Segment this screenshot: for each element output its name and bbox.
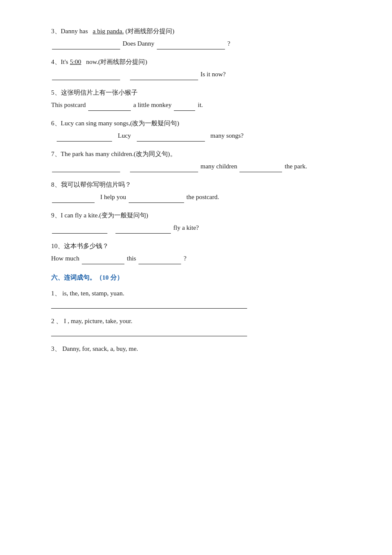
q5-answer-line: This postcard: [51, 101, 86, 108]
q3-answer-suffix: ?: [228, 40, 231, 47]
q3-question: 3、Danny has a big panda. (对画线部分提问): [51, 26, 349, 37]
q9-blank1: [52, 226, 107, 234]
q6-answer: Lucy many songs?: [51, 130, 349, 142]
question-5: 5、这张明信片上有一张小猴子 This postcard a little mo…: [51, 87, 349, 111]
q3-label: 3、Danny has: [51, 28, 88, 35]
q3-blank2: [157, 42, 225, 49]
q5-answer-middle: a little monkey: [133, 101, 172, 108]
s6-item1-answer: [51, 301, 247, 309]
q5-label: 5、这张明信片上有一张小猴子: [51, 89, 138, 96]
q7-blank3: [239, 165, 282, 172]
q3-answer-prefix: Does Danny: [123, 40, 155, 47]
q7-answer-suffix: the park.: [285, 163, 307, 170]
section6-item-2: 2 、 I , may, picture, take, your.: [51, 315, 349, 336]
q4-answer-suffix: Is it now?: [201, 71, 226, 78]
section-6: 六、连词成句。（10 分） 1、 is, the, ten, stamp, yu…: [51, 272, 349, 355]
question-6: 6、Lucy can sing many songs,(改为一般疑问句) Luc…: [51, 118, 349, 142]
q8-blank2: [129, 195, 184, 203]
s6-item2-words: 2 、 I , may, picture, take, your.: [51, 315, 349, 327]
q9-answer: fly a kite?: [51, 222, 349, 234]
q8-blank1: [52, 195, 95, 203]
q5-blank2: [174, 103, 195, 111]
q8-answer-suffix: the postcard.: [187, 194, 219, 200]
q3-answer: Does Danny ?: [51, 38, 349, 49]
q4-underlined: 5:00: [70, 58, 81, 65]
q6-blank2: [137, 134, 205, 142]
section6-item-3: 3、 Danny, for, snack, a, buy, me.: [51, 343, 349, 355]
q10-answer-prefix: How much: [51, 255, 79, 262]
q3-instruction: (对画线部分提问): [125, 28, 174, 35]
question-7: 7、The park has many children.(改为同义句)。 ma…: [51, 148, 349, 172]
s6-item2-answer: [51, 329, 247, 336]
q9-answer-suffix: fly a kite?: [173, 224, 199, 231]
s6-item1-num: 1、: [51, 290, 61, 297]
q9-blank2: [115, 226, 171, 234]
s6-item3-num: 3、: [51, 345, 61, 352]
q10-blank1: [82, 257, 124, 264]
s6-item2-content: I , may, picture, take, your.: [64, 318, 133, 324]
q4-question: 4、It's 5:00 now.(对画线部分提问): [51, 56, 349, 68]
question-10: 10、这本书多少钱？ How much this ?: [51, 240, 349, 264]
q10-answer: How much this ?: [51, 253, 349, 264]
q6-answer-prefix: Lucy: [118, 132, 131, 139]
q7-question: 7、The park has many children.(改为同义句)。: [51, 148, 349, 160]
question-3: 3、Danny has a big panda. (对画线部分提问) Does …: [51, 26, 349, 49]
q6-label: 6、Lucy can sing many songs,(改为一般疑问句): [51, 120, 179, 127]
q10-answer-middle: this: [127, 255, 136, 262]
section-6-title: 六、连词成句。（10 分）: [51, 272, 349, 283]
q9-question: 9、I can fly a kite.(变为一般疑问句): [51, 210, 349, 221]
q6-question: 6、Lucy can sing many songs,(改为一般疑问句): [51, 118, 349, 129]
q4-label: 4、It's: [51, 58, 68, 65]
q7-answer: many children the park.: [51, 161, 349, 172]
q7-blank1: [52, 165, 120, 172]
s6-item3-content: Danny, for, snack, a, buy, me.: [62, 345, 138, 352]
question-9: 9、I can fly a kite.(变为一般疑问句) fly a kite?: [51, 210, 349, 234]
q4-blank1: [52, 72, 120, 80]
q8-answer-line1: I help you: [100, 194, 126, 200]
q10-blank2: [138, 257, 181, 264]
q10-answer-suffix: ?: [184, 255, 187, 262]
q4-blank2: [130, 72, 198, 80]
q6-blank1: [57, 134, 112, 142]
q5-answer-suffix: it.: [198, 101, 203, 108]
s6-item3-words: 3、 Danny, for, snack, a, buy, me.: [51, 343, 349, 355]
q5-question: 5、这张明信片上有一张小猴子: [51, 87, 349, 98]
q3-blank1: [52, 42, 120, 49]
q5-answer: This postcard a little monkey it.: [51, 99, 349, 111]
s6-item2-num: 2 、: [51, 318, 62, 324]
q9-label: 9、I can fly a kite.(变为一般疑问句): [51, 212, 148, 219]
question-4: 4、It's 5:00 now.(对画线部分提问) Is it now?: [51, 56, 349, 80]
q8-question: 8、我可以帮你写明信片吗？: [51, 179, 349, 191]
section6-item-1: 1、 is, the, ten, stamp, yuan.: [51, 288, 349, 309]
q7-blank2: [130, 165, 198, 172]
q7-answer-middle: many children: [201, 163, 237, 170]
q8-label: 8、我可以帮你写明信片吗？: [51, 181, 131, 188]
q4-answer: Is it now?: [51, 69, 349, 80]
q6-answer-suffix: many songs?: [210, 132, 244, 139]
q7-label: 7、The park has many children.(改为同义句)。: [51, 150, 176, 157]
question-8: 8、我可以帮你写明信片吗？ I help you the postcard.: [51, 179, 349, 203]
q5-blank1: [88, 103, 131, 111]
q3-underlined: a big panda.: [93, 28, 124, 35]
s6-item1-content: is, the, ten, stamp, yuan.: [62, 290, 124, 297]
q8-answer: I help you the postcard.: [51, 191, 349, 203]
q10-label: 10、这本书多少钱？: [51, 243, 109, 249]
q10-question: 10、这本书多少钱？: [51, 240, 349, 252]
s6-item1-words: 1、 is, the, ten, stamp, yuan.: [51, 288, 349, 299]
q4-middle: now.(对画线部分提问): [86, 58, 147, 65]
